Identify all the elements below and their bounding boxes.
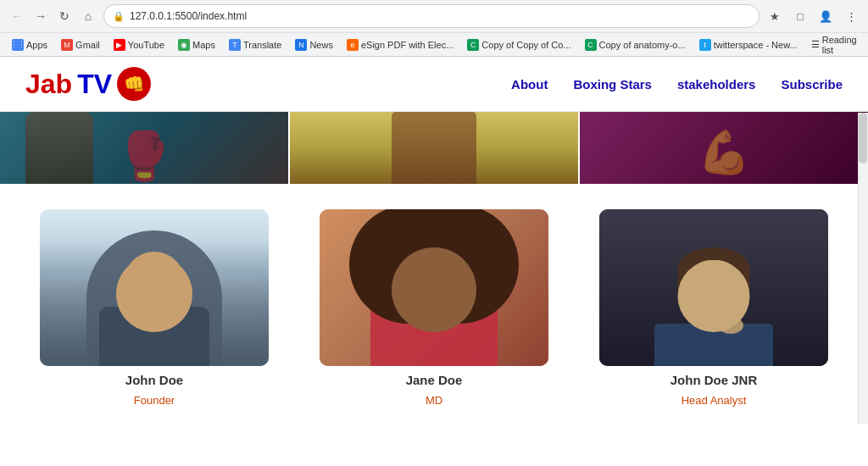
bookmark-copy2[interactable]: C Copy of anatomy-o... — [580, 37, 691, 53]
staff-card-3: John Doe JNR Head Analyst — [599, 209, 828, 407]
browser-actions: ★ □ 👤 ⋮ — [765, 6, 861, 26]
staff-name-2: Jane Doe — [406, 373, 463, 387]
site-logo[interactable]: Jab TV 👊 — [25, 67, 151, 101]
maps-icon: ◉ — [178, 39, 190, 51]
home-button[interactable]: ⌂ — [78, 6, 98, 26]
bookmark-copy1[interactable]: C Copy of Copy of Co... — [462, 37, 576, 53]
forward-button[interactable]: → — [31, 6, 51, 26]
nav-links: About Boxing Stars stakeholders Subscrib… — [511, 77, 843, 92]
hero-panel-2 — [288, 112, 580, 184]
staff-title-3: Head Analyst — [682, 394, 747, 407]
bookmark-esign[interactable]: e eSign PDF with Elec... — [342, 37, 459, 53]
twitter-icon: t — [699, 39, 711, 51]
bookmark-youtube-label: YouTube — [128, 40, 164, 50]
bookmark-twitter[interactable]: t twitterspace - New... — [694, 37, 803, 53]
copy2-icon: C — [585, 39, 597, 51]
bookmark-esign-label: eSign PDF with Elec... — [361, 40, 453, 50]
extension-puzzle-button[interactable]: □ — [790, 6, 810, 26]
browser-chrome: ← → ↻ ⌂ 🔒 127.0.0.1:5500/index.html ★ □ … — [0, 0, 868, 57]
staff-name-1: John Doe — [125, 373, 183, 387]
page-content: Jab TV 👊 About Boxing Stars stakeholders… — [0, 57, 868, 424]
bookmark-apps[interactable]: ⋮⋮ Apps — [7, 37, 53, 53]
nav-boxing-stars[interactable]: Boxing Stars — [573, 77, 652, 92]
staff-photo-2 — [320, 209, 548, 366]
esign-icon: e — [347, 39, 359, 51]
bookmarks-bar: ⋮⋮ Apps M Gmail ▶ YouTube ◉ Maps T Trans… — [0, 32, 868, 56]
hero-panel-1: 🥊 — [0, 112, 288, 184]
address-bar[interactable]: 🔒 127.0.0.1:5500/index.html — [103, 4, 760, 28]
site-nav: Jab TV 👊 About Boxing Stars stakeholders… — [0, 57, 868, 112]
bookmark-copy1-label: Copy of Copy of Co... — [481, 40, 570, 50]
apps-icon: ⋮⋮ — [12, 39, 24, 51]
bookmark-news[interactable]: N News — [290, 37, 338, 53]
translate-icon: T — [229, 39, 241, 51]
bookmark-maps[interactable]: ◉ Maps — [173, 37, 220, 53]
bookmark-twitter-label: twitterspace - New... — [714, 40, 798, 50]
scrollbar-thumb[interactable] — [859, 113, 867, 164]
url-text: 127.0.0.1:5500/index.html — [130, 10, 750, 22]
more-options-button[interactable]: ⋮ — [841, 6, 861, 26]
copy1-icon: C — [467, 39, 479, 51]
staff-name-3: John Doe JNR — [670, 373, 758, 387]
gmail-icon: M — [61, 39, 73, 51]
staff-section: John Doe Founder Jane Doe MD — [0, 184, 868, 424]
bookmark-gmail-label: Gmail — [75, 40, 100, 50]
hero-banner: 🥊 💪 — [0, 112, 868, 184]
bookmark-youtube[interactable]: ▶ YouTube — [108, 37, 170, 53]
news-icon: N — [295, 39, 307, 51]
staff-title-1: Founder — [134, 394, 175, 407]
staff-photo-3 — [599, 209, 828, 366]
nav-subscribe[interactable]: Subscribe — [781, 77, 843, 92]
nav-stakeholders[interactable]: stakeholders — [677, 77, 756, 92]
bookmark-translate-label: Translate — [243, 40, 281, 50]
nav-about[interactable]: About — [511, 77, 548, 92]
logo-tv: TV — [77, 69, 112, 100]
reading-list-label: Reading list — [822, 35, 857, 55]
refresh-button[interactable]: ↻ — [54, 6, 75, 26]
reading-list-button[interactable]: ☰ Reading list — [806, 33, 862, 57]
staff-photo-1 — [40, 209, 269, 366]
bookmark-news-label: News — [309, 40, 333, 50]
bookmark-copy2-label: Copy of anatomy-o... — [599, 40, 686, 50]
logo-fist-icon: 👊 — [117, 67, 151, 101]
youtube-icon: ▶ — [114, 39, 125, 51]
hero-panel-3: 💪 — [580, 112, 868, 184]
bookmark-maps-label: Maps — [192, 40, 215, 50]
staff-card-1: John Doe Founder — [40, 209, 269, 407]
bookmark-star-button[interactable]: ★ — [765, 6, 785, 26]
back-button[interactable]: ← — [7, 6, 27, 26]
bookmark-apps-label: Apps — [26, 40, 47, 50]
logo-jab: Jab — [25, 69, 72, 100]
nav-buttons: ← → ↻ ⌂ — [7, 6, 98, 26]
staff-title-2: MD — [426, 394, 442, 407]
page-scrollbar[interactable] — [858, 113, 868, 424]
reading-list-icon: ☰ — [811, 39, 820, 50]
profile-button[interactable]: 👤 — [815, 6, 836, 26]
bookmark-translate[interactable]: T Translate — [224, 37, 287, 53]
bookmark-gmail[interactable]: M Gmail — [56, 37, 105, 53]
staff-card-2: Jane Doe MD — [320, 209, 548, 407]
lock-icon: 🔒 — [113, 11, 125, 22]
